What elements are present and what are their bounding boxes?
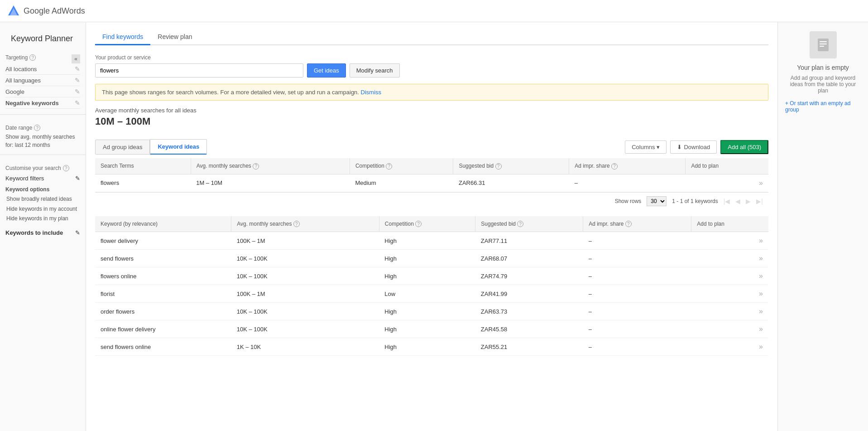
sidebar-item-negative-keywords[interactable]: Negative keywords ✎	[5, 97, 80, 109]
cell-ad-impr-3: –	[583, 285, 691, 303]
add-keyword-button-4[interactable]: »	[759, 307, 763, 315]
sidebar-item-locations[interactable]: All locations ✎	[5, 63, 80, 75]
col-ad-impr-share-1: Ad impr. share ?	[569, 158, 686, 174]
cell-add-2: »	[691, 267, 768, 285]
start-empty-ad-group-link[interactable]: + Or start with an empty ad group	[785, 100, 861, 113]
avg-value: 10M – 100M	[95, 116, 768, 127]
ideas-tabs: Ad group ideas Keyword ideas	[95, 139, 207, 155]
tab-ad-group-ideas[interactable]: Ad group ideas	[95, 140, 150, 155]
add-keyword-button-1[interactable]: »	[759, 254, 763, 262]
collapse-sidebar-button[interactable]: «	[72, 54, 80, 63]
cell-add-4: »	[691, 303, 768, 320]
cell-avg-searches-6: 1K – 10K	[231, 338, 379, 356]
avg-searches-help-icon-1[interactable]: ?	[253, 163, 259, 169]
date-range-value: Show avg. monthly searches for: last 12 …	[5, 133, 80, 149]
last-page-button[interactable]: ▶|	[756, 198, 763, 205]
languages-edit-icon[interactable]: ✎	[75, 77, 80, 84]
customise-help-icon[interactable]: ?	[63, 165, 69, 171]
keyword-ideas-section: Keyword (by relevance) Avg. monthly sear…	[95, 216, 768, 356]
product-label: Your product or service	[95, 54, 768, 61]
chevron-down-icon: ▾	[657, 144, 660, 150]
keywords-to-include-row[interactable]: Keywords to include ✎	[5, 228, 80, 238]
sidebar-item-languages[interactable]: All languages ✎	[5, 75, 80, 86]
avg-searches-help-icon-2[interactable]: ?	[293, 221, 300, 227]
cell-add-6: »	[691, 338, 768, 356]
add-all-button[interactable]: Add all (503)	[720, 140, 768, 154]
locations-edit-icon[interactable]: ✎	[75, 65, 80, 73]
tab-find-keywords[interactable]: Find keywords	[95, 29, 150, 45]
next-page-button[interactable]: ▶	[746, 198, 751, 205]
col-search-terms: Search Terms	[95, 158, 191, 174]
logo-text: Google AdWords	[24, 6, 85, 16]
col-competition-2: Competition ?	[379, 216, 475, 232]
keyword-ideas-row: online flower delivery 10K – 100K High Z…	[95, 320, 768, 338]
cell-ad-impr-2: –	[583, 267, 691, 285]
keyword-filters-edit-icon[interactable]: ✎	[75, 175, 80, 182]
network-edit-icon[interactable]: ✎	[75, 88, 80, 95]
svg-rect-4	[820, 44, 827, 44]
cell-competition-1: High	[379, 250, 475, 267]
download-button[interactable]: ⬇ Download	[670, 140, 717, 154]
first-page-button[interactable]: |◀	[724, 198, 730, 205]
main-nav-tabs: Find keywords Review plan	[95, 29, 768, 45]
suggested-bid-help-icon-2[interactable]: ?	[517, 221, 523, 227]
cell-avg-searches-1: 10K – 100K	[231, 250, 379, 267]
cell-competition-2: High	[379, 267, 475, 285]
sidebar-item-network[interactable]: Google ✎	[5, 86, 80, 97]
cell-keyword-6: send flowers online	[95, 338, 231, 356]
search-terms-table: Search Terms Avg. monthly searches ? Com…	[95, 158, 768, 192]
competition-help-icon-1[interactable]: ?	[386, 163, 392, 169]
keyword-ideas-header-row: Keyword (by relevance) Avg. monthly sear…	[95, 216, 768, 232]
hide-keywords-account-option[interactable]: Hide keywords in my account	[6, 204, 80, 214]
modify-search-button[interactable]: Modify search	[350, 63, 400, 77]
ad-impr-help-icon-2[interactable]: ?	[625, 221, 632, 227]
cell-avg-searches-3: 100K – 1M	[231, 285, 379, 303]
add-keyword-button-3[interactable]: »	[759, 290, 763, 297]
keyword-filters-row[interactable]: Keyword filters ✎	[5, 173, 80, 184]
show-broadly-related-option[interactable]: Show broadly related ideas	[6, 194, 80, 204]
add-row-button-1[interactable]: »	[759, 179, 763, 187]
hide-keywords-plan-option[interactable]: Hide keywords in my plan	[6, 214, 80, 224]
cell-ad-impr-1: –	[583, 250, 691, 267]
prev-page-button[interactable]: ◀	[735, 198, 740, 205]
search-input[interactable]	[95, 63, 303, 77]
cell-keyword-3: florist	[95, 285, 231, 303]
col-suggested-bid-1: Suggested bid ?	[453, 158, 569, 174]
ad-impr-help-icon-1[interactable]: ?	[611, 163, 618, 169]
col-add-to-plan-2: Add to plan	[691, 216, 768, 232]
cell-add-5: »	[691, 320, 768, 338]
tab-keyword-ideas[interactable]: Keyword ideas	[150, 139, 207, 155]
cell-avg-searches-4: 10K – 100K	[231, 303, 379, 320]
add-keyword-button-5[interactable]: »	[759, 325, 763, 333]
cell-suggested-bid-6: ZAR55.21	[475, 338, 583, 356]
notice-dismiss-link[interactable]: Dismiss	[361, 89, 382, 96]
columns-button[interactable]: Columns ▾	[625, 140, 667, 154]
keyword-ideas-table: Keyword (by relevance) Avg. monthly sear…	[95, 216, 768, 356]
add-keyword-button-0[interactable]: »	[759, 237, 763, 244]
search-terms-pagination: Show rows 30 1 - 1 of 1 keywords |◀ ◀ ▶ …	[95, 192, 768, 210]
keyword-options-section: Keyword options Show broadly related ide…	[5, 186, 80, 224]
cell-add-0: »	[691, 232, 768, 250]
date-range-help-icon[interactable]: ?	[34, 125, 40, 131]
show-rows-select[interactable]: 30	[647, 196, 667, 206]
competition-help-icon-2[interactable]: ?	[415, 221, 422, 227]
cell-keyword-0: flower delivery	[95, 232, 231, 250]
cell-suggested-bid-2: ZAR74.79	[475, 267, 583, 285]
plan-empty-title: Your plan is empty	[797, 64, 849, 71]
suggested-bid-help-icon-1[interactable]: ?	[495, 163, 502, 169]
targeting-help-icon[interactable]: ?	[29, 54, 36, 61]
notice-bar: This page shows ranges for search volume…	[95, 84, 768, 101]
add-keyword-button-6[interactable]: »	[759, 343, 763, 350]
download-icon: ⬇	[677, 144, 682, 150]
tab-review-plan[interactable]: Review plan	[150, 29, 199, 45]
keywords-to-include-edit-icon[interactable]: ✎	[75, 229, 80, 236]
cell-ad-impr-5: –	[583, 320, 691, 338]
cell-keyword-5: online flower delivery	[95, 320, 231, 338]
get-ideas-button[interactable]: Get ideas	[307, 63, 346, 77]
negative-keywords-edit-icon[interactable]: ✎	[75, 99, 80, 107]
cell-suggested-bid-3: ZAR41.99	[475, 285, 583, 303]
col-competition-1: Competition ?	[350, 158, 453, 174]
add-keyword-button-2[interactable]: »	[759, 272, 763, 280]
keyword-options-label: Keyword options	[5, 186, 80, 193]
col-add-to-plan-1: Add to plan	[686, 158, 768, 174]
